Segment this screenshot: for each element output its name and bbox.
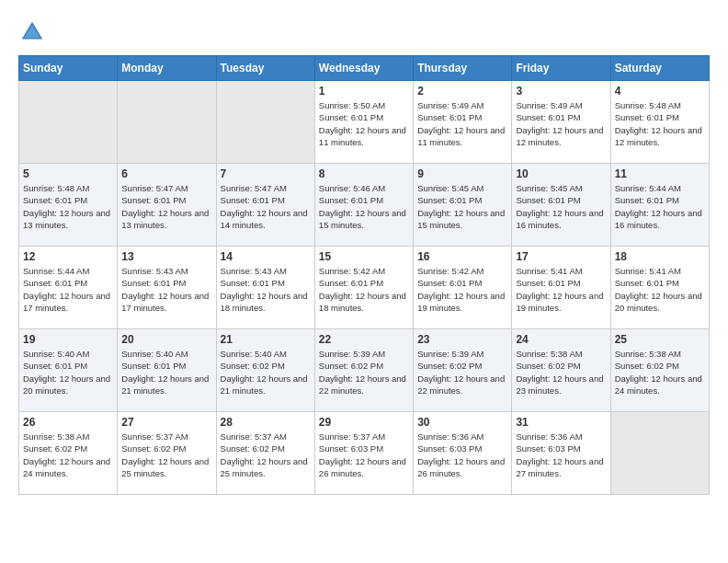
day-info: Sunrise: 5:37 AMSunset: 6:02 PMDaylight:…: [221, 431, 311, 479]
day-number: 24: [516, 333, 606, 346]
calendar-cell: 13 Sunrise: 5:43 AMSunset: 6:01 PMDaylig…: [118, 247, 216, 329]
day-info: Sunrise: 5:36 AMSunset: 6:03 PMDaylight:…: [417, 431, 507, 479]
day-number: 13: [121, 250, 211, 263]
calendar-cell: 18 Sunrise: 5:41 AMSunset: 6:01 PMDaylig…: [610, 247, 709, 329]
day-info: Sunrise: 5:44 AMSunset: 6:01 PMDaylight:…: [23, 265, 113, 314]
header-row: SundayMondayTuesdayWednesdayThursdayFrid…: [19, 56, 710, 81]
day-number: 1: [319, 85, 409, 98]
calendar-body: 1 Sunrise: 5:50 AMSunset: 6:01 PMDayligh…: [19, 81, 710, 495]
day-number: 11: [615, 167, 705, 180]
day-info: Sunrise: 5:41 AMSunset: 6:01 PMDaylight:…: [615, 265, 705, 314]
day-number: 20: [121, 333, 211, 346]
day-info: Sunrise: 5:45 AMSunset: 6:01 PMDaylight:…: [516, 182, 606, 231]
calendar-cell: 10 Sunrise: 5:45 AMSunset: 6:01 PMDaylig…: [512, 164, 610, 247]
calendar-cell: 6 Sunrise: 5:47 AMSunset: 6:01 PMDayligh…: [118, 164, 216, 247]
week-row-5: 26 Sunrise: 5:38 AMSunset: 6:02 PMDaylig…: [19, 412, 710, 495]
day-number: 4: [615, 85, 705, 98]
calendar-cell: 24 Sunrise: 5:38 AMSunset: 6:02 PMDaylig…: [512, 329, 610, 412]
calendar-cell: 9 Sunrise: 5:45 AMSunset: 6:01 PMDayligh…: [414, 164, 512, 247]
calendar-cell: [610, 412, 709, 495]
calendar-cell: 3 Sunrise: 5:49 AMSunset: 6:01 PMDayligh…: [512, 81, 610, 164]
day-number: 22: [319, 333, 409, 346]
calendar-cell: 11 Sunrise: 5:44 AMSunset: 6:01 PMDaylig…: [610, 164, 709, 247]
day-number: 15: [319, 250, 409, 263]
day-number: 10: [516, 167, 606, 180]
day-info: Sunrise: 5:38 AMSunset: 6:02 PMDaylight:…: [516, 348, 606, 396]
calendar-cell: 26 Sunrise: 5:38 AMSunset: 6:02 PMDaylig…: [19, 412, 118, 495]
day-info: Sunrise: 5:37 AMSunset: 6:02 PMDaylight:…: [121, 431, 211, 479]
day-number: 9: [417, 167, 507, 180]
week-row-3: 12 Sunrise: 5:44 AMSunset: 6:01 PMDaylig…: [19, 247, 710, 329]
day-info: Sunrise: 5:49 AMSunset: 6:01 PMDaylight:…: [516, 99, 606, 148]
day-number: 23: [417, 333, 507, 346]
day-number: 31: [516, 416, 606, 429]
day-number: 7: [221, 167, 311, 180]
day-info: Sunrise: 5:42 AMSunset: 6:01 PMDaylight:…: [319, 265, 409, 314]
calendar-cell: 31 Sunrise: 5:36 AMSunset: 6:03 PMDaylig…: [512, 412, 610, 495]
day-info: Sunrise: 5:40 AMSunset: 6:01 PMDaylight:…: [23, 348, 113, 396]
day-info: Sunrise: 5:39 AMSunset: 6:02 PMDaylight:…: [319, 348, 409, 396]
calendar-cell: 27 Sunrise: 5:37 AMSunset: 6:02 PMDaylig…: [118, 412, 216, 495]
day-number: 18: [615, 250, 705, 263]
day-info: Sunrise: 5:46 AMSunset: 6:01 PMDaylight:…: [319, 182, 409, 231]
calendar-cell: 25 Sunrise: 5:38 AMSunset: 6:02 PMDaylig…: [610, 329, 709, 412]
day-header-friday: Friday: [512, 56, 610, 81]
page-header: [18, 18, 710, 46]
day-number: 27: [121, 416, 211, 429]
calendar-cell: 8 Sunrise: 5:46 AMSunset: 6:01 PMDayligh…: [314, 164, 413, 247]
day-number: 21: [221, 333, 311, 346]
day-number: 17: [516, 250, 606, 263]
day-info: Sunrise: 5:50 AMSunset: 6:01 PMDaylight:…: [319, 99, 409, 148]
day-header-tuesday: Tuesday: [216, 56, 314, 81]
day-info: Sunrise: 5:45 AMSunset: 6:01 PMDaylight:…: [417, 182, 507, 231]
calendar-cell: 7 Sunrise: 5:47 AMSunset: 6:01 PMDayligh…: [216, 164, 314, 247]
calendar-cell: 16 Sunrise: 5:42 AMSunset: 6:01 PMDaylig…: [414, 247, 512, 329]
day-number: 5: [23, 167, 113, 180]
day-number: 6: [121, 167, 211, 180]
day-info: Sunrise: 5:38 AMSunset: 6:02 PMDaylight:…: [23, 431, 113, 479]
day-info: Sunrise: 5:43 AMSunset: 6:01 PMDaylight:…: [221, 265, 311, 314]
calendar-cell: 1 Sunrise: 5:50 AMSunset: 6:01 PMDayligh…: [314, 81, 413, 164]
day-number: 16: [417, 250, 507, 263]
day-number: 28: [221, 416, 311, 429]
day-info: Sunrise: 5:44 AMSunset: 6:01 PMDaylight:…: [615, 182, 705, 231]
day-info: Sunrise: 5:40 AMSunset: 6:01 PMDaylight:…: [121, 348, 211, 396]
day-header-monday: Monday: [118, 56, 216, 81]
day-info: Sunrise: 5:40 AMSunset: 6:02 PMDaylight:…: [221, 348, 311, 396]
logo: [18, 18, 50, 46]
calendar-cell: 2 Sunrise: 5:49 AMSunset: 6:01 PMDayligh…: [414, 81, 512, 164]
calendar-cell: 15 Sunrise: 5:42 AMSunset: 6:01 PMDaylig…: [314, 247, 413, 329]
day-info: Sunrise: 5:42 AMSunset: 6:01 PMDaylight:…: [417, 265, 507, 314]
day-number: 30: [417, 416, 507, 429]
calendar-cell: 17 Sunrise: 5:41 AMSunset: 6:01 PMDaylig…: [512, 247, 610, 329]
day-header-saturday: Saturday: [610, 56, 709, 81]
day-info: Sunrise: 5:36 AMSunset: 6:03 PMDaylight:…: [516, 431, 606, 479]
calendar-header: SundayMondayTuesdayWednesdayThursdayFrid…: [19, 56, 710, 81]
calendar-table: SundayMondayTuesdayWednesdayThursdayFrid…: [18, 55, 710, 495]
calendar-cell: 19 Sunrise: 5:40 AMSunset: 6:01 PMDaylig…: [19, 329, 118, 412]
day-info: Sunrise: 5:43 AMSunset: 6:01 PMDaylight:…: [121, 265, 211, 314]
day-number: 26: [23, 416, 113, 429]
week-row-2: 5 Sunrise: 5:48 AMSunset: 6:01 PMDayligh…: [19, 164, 710, 247]
calendar-cell: 22 Sunrise: 5:39 AMSunset: 6:02 PMDaylig…: [314, 329, 413, 412]
week-row-1: 1 Sunrise: 5:50 AMSunset: 6:01 PMDayligh…: [19, 81, 710, 164]
day-info: Sunrise: 5:38 AMSunset: 6:02 PMDaylight:…: [615, 348, 705, 396]
calendar-cell: [19, 81, 118, 164]
day-number: 25: [615, 333, 705, 346]
day-info: Sunrise: 5:49 AMSunset: 6:01 PMDaylight:…: [417, 99, 507, 148]
calendar-cell: 30 Sunrise: 5:36 AMSunset: 6:03 PMDaylig…: [414, 412, 512, 495]
day-header-thursday: Thursday: [414, 56, 512, 81]
day-info: Sunrise: 5:48 AMSunset: 6:01 PMDaylight:…: [615, 99, 705, 148]
calendar-cell: 23 Sunrise: 5:39 AMSunset: 6:02 PMDaylig…: [414, 329, 512, 412]
calendar-cell: 20 Sunrise: 5:40 AMSunset: 6:01 PMDaylig…: [118, 329, 216, 412]
day-header-wednesday: Wednesday: [314, 56, 413, 81]
day-info: Sunrise: 5:47 AMSunset: 6:01 PMDaylight:…: [221, 182, 311, 231]
calendar-cell: 28 Sunrise: 5:37 AMSunset: 6:02 PMDaylig…: [216, 412, 314, 495]
calendar-cell: [216, 81, 314, 164]
day-number: 14: [221, 250, 311, 263]
day-header-sunday: Sunday: [19, 56, 118, 81]
day-info: Sunrise: 5:47 AMSunset: 6:01 PMDaylight:…: [121, 182, 211, 231]
day-info: Sunrise: 5:37 AMSunset: 6:03 PMDaylight:…: [319, 431, 409, 479]
calendar-cell: 12 Sunrise: 5:44 AMSunset: 6:01 PMDaylig…: [19, 247, 118, 329]
calendar-cell: 29 Sunrise: 5:37 AMSunset: 6:03 PMDaylig…: [314, 412, 413, 495]
